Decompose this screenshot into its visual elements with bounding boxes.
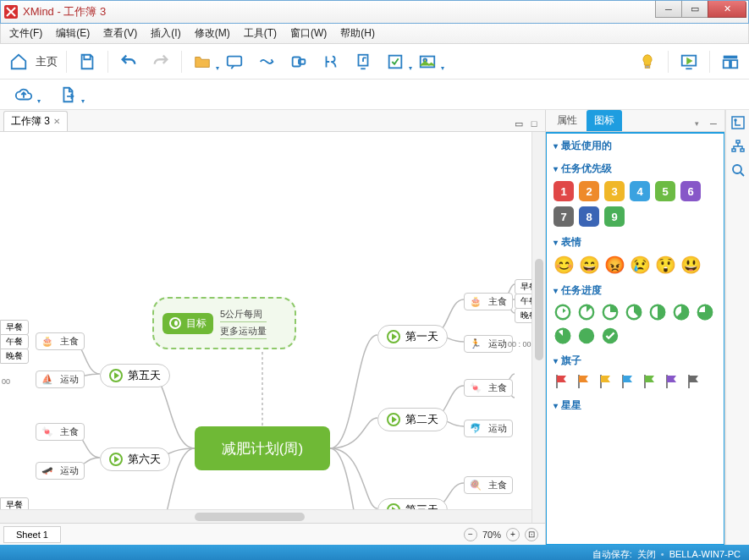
close-button[interactable]: ✕ (708, 1, 746, 18)
menu-file[interactable]: 文件(F) (4, 25, 47, 42)
idea-button[interactable] (636, 50, 659, 74)
node-day2[interactable]: 第二天 (377, 408, 448, 431)
progress-25[interactable] (601, 303, 620, 321)
menu-tools[interactable]: 工具(T) (239, 25, 282, 42)
horizontal-scrollbar[interactable] (0, 509, 531, 523)
priority-8[interactable]: 8 (579, 206, 599, 227)
mindmap-canvas[interactable]: 目标 5公斤每周 更多运动量 减肥计划(周) 第一天 第二天 第三天 第四天 第… (0, 132, 545, 523)
node-day5[interactable]: 第五天 (100, 364, 170, 387)
priority-9[interactable]: 9 (604, 206, 625, 227)
flag-4[interactable] (642, 373, 658, 390)
node-food[interactable]: 🍬主食 (36, 423, 85, 441)
node-day1[interactable]: 第一天 (377, 325, 448, 349)
goal-node[interactable]: 目标 (162, 313, 213, 334)
priority-5[interactable]: 5 (655, 181, 675, 201)
minimize-editor-icon[interactable]: ▭ (511, 116, 526, 131)
progress-87.5[interactable] (553, 327, 572, 345)
emoji-4[interactable]: 😲 (655, 255, 675, 275)
home-button[interactable] (7, 50, 30, 74)
outline-icon[interactable] (730, 115, 746, 130)
section-header[interactable]: 任务进度 (553, 283, 717, 298)
menu-window[interactable]: 窗口(W) (285, 25, 332, 42)
zoom-out-button[interactable]: − (464, 528, 477, 541)
node-food[interactable]: 🍭主食 (464, 476, 513, 494)
emoji-1[interactable]: 😄 (579, 255, 599, 275)
central-topic[interactable]: 减肥计划(周) (195, 426, 330, 470)
flag-1[interactable] (576, 373, 592, 390)
priority-3[interactable]: 3 (604, 181, 625, 201)
progress-50[interactable] (648, 303, 667, 321)
priority-6[interactable]: 6 (680, 181, 701, 201)
image-button[interactable]: ▾ (416, 50, 439, 74)
node-food[interactable]: 🎂主食 (464, 293, 513, 310)
priority-4[interactable]: 4 (630, 181, 650, 201)
summary-button[interactable] (319, 50, 343, 74)
emoji-3[interactable]: 😢 (630, 255, 650, 275)
menu-view[interactable]: 查看(V) (98, 25, 142, 42)
progress-62.5[interactable] (672, 303, 691, 321)
editor-tab[interactable]: 工作簿 3 ✕ (3, 111, 68, 131)
panel-menu-icon[interactable]: ▾ (689, 116, 704, 131)
emoji-0[interactable]: 😊 (553, 255, 574, 275)
boundary-button[interactable] (287, 50, 311, 74)
panel-min-icon[interactable]: ─ (706, 116, 721, 131)
menu-help[interactable]: 帮助(H) (335, 25, 380, 42)
priority-2[interactable]: 2 (579, 181, 599, 201)
sheet-tab[interactable]: Sheet 1 (3, 526, 61, 543)
priority-1[interactable]: 1 (553, 181, 574, 201)
redo-button[interactable] (149, 50, 173, 74)
zoom-in-button[interactable]: + (506, 528, 520, 541)
save-button[interactable] (75, 50, 99, 74)
vertical-scrollbar[interactable] (531, 132, 545, 523)
progress-100[interactable] (577, 327, 596, 345)
emoji-2[interactable]: 😡 (604, 255, 625, 275)
task-button[interactable]: ▾ (383, 50, 407, 74)
zoom-fit-button[interactable]: ⊡ (525, 528, 538, 541)
close-tab-icon[interactable]: ✕ (53, 117, 60, 126)
cloud-upload-button[interactable]: ▾ (12, 83, 36, 107)
section-header[interactable]: 星星 (553, 398, 717, 413)
node-food[interactable]: 🎂主食 (36, 332, 85, 350)
menu-insert[interactable]: 插入(I) (146, 25, 185, 42)
progress-done[interactable] (601, 327, 620, 345)
meal[interactable]: 晚餐 (0, 349, 29, 364)
marker-button[interactable] (351, 50, 375, 74)
tab-icons[interactable]: 图标 (587, 110, 622, 131)
priority-7[interactable]: 7 (553, 206, 574, 227)
relationship-button[interactable] (255, 50, 278, 74)
menu-modify[interactable]: 修改(M) (190, 25, 235, 42)
search-icon[interactable] (730, 162, 746, 178)
node-day6[interactable]: 第六天 (100, 447, 170, 471)
node-sport[interactable]: 🏃运动 (464, 335, 513, 353)
maximize-editor-icon[interactable]: □ (526, 116, 542, 131)
node-sport[interactable]: 🛹运动 (36, 462, 85, 480)
section-header[interactable]: 表情 (553, 235, 717, 250)
progress-75[interactable] (696, 303, 714, 321)
maximize-button[interactable]: ▭ (681, 1, 708, 18)
progress-0[interactable] (553, 303, 572, 321)
node-sport[interactable]: 🐬运动 (464, 420, 513, 437)
presentation-button[interactable] (677, 50, 701, 74)
comment-button[interactable] (223, 50, 246, 74)
goal-boundary[interactable]: 目标 5公斤每周 更多运动量 (152, 297, 296, 349)
minimize-button[interactable]: ─ (655, 1, 682, 18)
menu-edit[interactable]: 编辑(E) (51, 25, 95, 42)
progress-12.5[interactable] (577, 303, 596, 321)
flag-2[interactable] (598, 373, 614, 390)
tab-properties[interactable]: 属性 (549, 110, 585, 131)
flag-3[interactable] (620, 373, 636, 390)
meal[interactable]: 早餐 (0, 320, 29, 335)
structure-icon[interactable] (730, 139, 746, 154)
progress-37.5[interactable] (625, 303, 643, 321)
layout-button[interactable] (719, 50, 742, 74)
flag-5[interactable] (664, 373, 680, 390)
section-header[interactable]: 任务优先级 (553, 162, 717, 176)
section-header[interactable]: 最近使用的 (553, 139, 717, 153)
flag-0[interactable] (553, 373, 570, 390)
flag-6[interactable] (686, 373, 702, 390)
folder-button[interactable]: ▾ (190, 50, 214, 74)
meal[interactable]: 午餐 (0, 334, 29, 349)
export-button[interactable]: ▾ (56, 83, 80, 107)
node-sport[interactable]: ⛵运动 (36, 371, 85, 388)
undo-button[interactable] (117, 50, 140, 74)
